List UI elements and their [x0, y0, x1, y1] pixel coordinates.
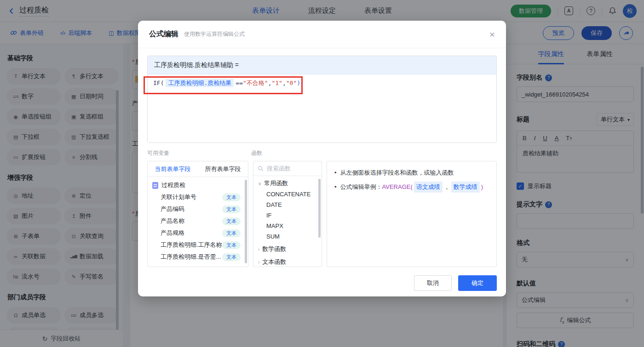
type-badge: 文本 [222, 241, 241, 249]
formula-help-panel: •从左侧面板选择字段名和函数，或输入函数 • 公式编辑举例： AVERAGE( … [327, 161, 497, 267]
function-group-common[interactable]: ∨常用函数 [253, 176, 322, 189]
app-screen: 过程质检 表单设计 流程设定 表单设置 数据管理 A ? 检 表单外链 [0, 0, 644, 347]
tab-current-form-fields[interactable]: 当前表单字段 [148, 161, 198, 176]
help-line-2: 公式编辑举例： [340, 182, 382, 192]
variable-item[interactable]: 产品名称文本 [148, 215, 248, 227]
variable-item[interactable]: 关联计划单号文本 [148, 191, 248, 203]
chevron-down-icon: ∨ [258, 181, 261, 186]
chevron-right-icon: › [258, 247, 259, 252]
variable-item[interactable]: 产品编码文本 [148, 203, 248, 215]
function-search-input[interactable] [267, 165, 313, 172]
modal-footer: 取消 确定 [138, 267, 506, 291]
function-search [253, 161, 322, 176]
functions-label: 函数 [251, 149, 262, 157]
function-group-text[interactable]: ›文本函数 [253, 255, 322, 267]
variable-item[interactable]: 工序质检明细.工序名称文本 [148, 239, 248, 251]
chevron-right-icon: › [258, 260, 259, 265]
modal-subtitle: 使用数学运算符编辑公式 [184, 30, 245, 38]
function-group-math[interactable]: ›数学函数 [253, 242, 322, 255]
example-field-token: 语文成绩 [414, 182, 443, 193]
confirm-button[interactable]: 确定 [458, 275, 497, 291]
function-item[interactable]: SUM [253, 231, 322, 242]
formula-target: 工序质检明细.质检结果辅助 = [148, 56, 496, 74]
variables-scrollbar[interactable] [245, 180, 247, 263]
variables-label: 可用变量 [147, 149, 169, 157]
formula-function: IF( [153, 80, 164, 86]
tab-all-form-fields[interactable]: 所有表单字段 [198, 161, 248, 176]
variable-item[interactable]: 产品规格文本 [148, 227, 248, 239]
cancel-button[interactable]: 取消 [414, 275, 452, 291]
variable-item[interactable]: 工序质检明细.是否需...文本 [148, 251, 248, 263]
document-icon [152, 182, 158, 189]
formula-editor-modal: 公式编辑 使用数学运算符编辑公式 × 工序质检明细.质检结果辅助 = IF(工序… [138, 21, 506, 296]
formula-field-token[interactable]: 工序质检明细.质检结果 [166, 79, 234, 87]
type-badge: 文本 [222, 205, 241, 213]
function-item[interactable]: IF [253, 210, 322, 221]
functions-panel: ∨常用函数 CONCATENATE DATE IF MAPX SUM ›数学函数… [253, 161, 322, 267]
functions-scrollbar[interactable] [318, 179, 321, 238]
modal-header: 公式编辑 使用数学运算符编辑公式 × [138, 21, 506, 48]
function-item[interactable]: MAPX [253, 221, 322, 231]
help-line-1: 从左侧面板选择字段名和函数，或输入函数 [340, 168, 454, 178]
function-item[interactable]: DATE [253, 199, 322, 210]
type-badge: 文本 [222, 217, 241, 225]
type-badge: 文本 [222, 229, 241, 237]
variables-panel: 当前表单字段 所有表单字段 过程质检 关联计划单号文本 产品编码文本 产品名称文… [147, 161, 248, 267]
formula-code-area[interactable]: IF(工序质检明细.质检结果=="不合格","1","0") [148, 74, 496, 142]
formula-editor: 工序质检明细.质检结果辅助 = IF(工序质检明细.质检结果=="不合格","1… [147, 56, 497, 143]
function-item[interactable]: CONCATENATE [253, 189, 322, 199]
type-badge: 文本 [222, 253, 241, 261]
search-icon [258, 165, 264, 172]
modal-title: 公式编辑 [149, 29, 178, 39]
type-badge: 文本 [222, 193, 241, 201]
example-field-token: 数学成绩 [451, 182, 480, 193]
close-icon[interactable]: × [489, 29, 495, 39]
variables-tree-root[interactable]: 过程质检 [148, 177, 248, 191]
